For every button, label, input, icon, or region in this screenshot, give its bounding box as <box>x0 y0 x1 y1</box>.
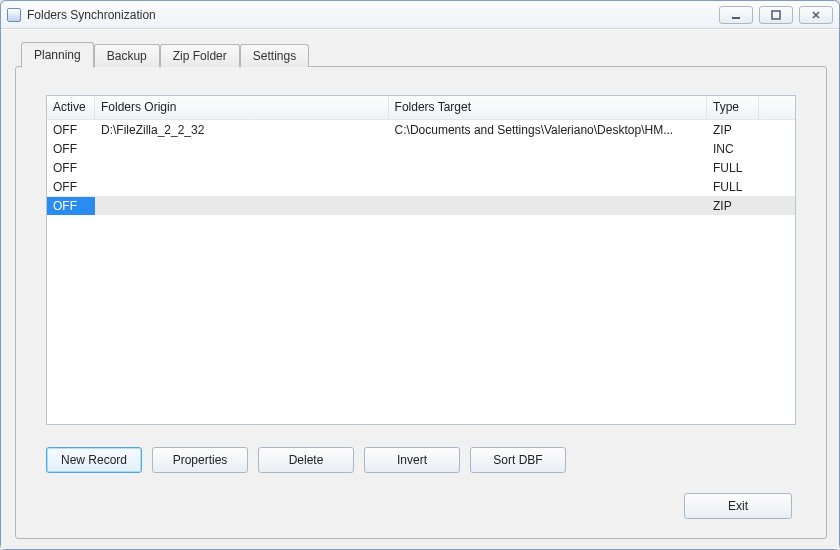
cell-type: ZIP <box>707 121 759 139</box>
properties-button[interactable]: Properties <box>152 447 248 473</box>
table-row[interactable]: OFF FULL <box>47 158 795 177</box>
tab-label: Backup <box>107 49 147 63</box>
column-header-origin[interactable]: Folders Origin <box>95 96 389 119</box>
cell-active: OFF <box>47 178 95 196</box>
table-row[interactable]: OFF ZIP <box>47 196 795 215</box>
cell-target: C:\Documents and Settings\Valeriano\Desk… <box>389 121 707 139</box>
minimize-button[interactable] <box>719 6 753 24</box>
button-label: Invert <box>397 453 427 467</box>
cell-active: OFF <box>47 197 95 215</box>
sort-dbf-button[interactable]: Sort DBF <box>470 447 566 473</box>
cell-type: ZIP <box>707 197 759 215</box>
svg-rect-0 <box>732 17 740 19</box>
svg-rect-1 <box>772 11 780 19</box>
cell-active: OFF <box>47 121 95 139</box>
exit-button[interactable]: Exit <box>684 493 792 519</box>
table-row[interactable]: OFF FULL <box>47 177 795 196</box>
table-row[interactable]: OFF D:\FileZilla_2_2_32 C:\Documents and… <box>47 120 795 139</box>
cell-type: FULL <box>707 159 759 177</box>
cell-origin: D:\FileZilla_2_2_32 <box>95 121 389 139</box>
tab-label: Settings <box>253 49 296 63</box>
grid-header: Active Folders Origin Folders Target Typ… <box>47 96 795 120</box>
cell-target <box>389 147 707 151</box>
column-header-type[interactable]: Type <box>707 96 759 119</box>
window-title: Folders Synchronization <box>27 8 156 22</box>
tab-bar: Planning Backup Zip Folder Settings <box>15 42 827 67</box>
button-label: New Record <box>61 453 127 467</box>
tab-planning[interactable]: Planning <box>21 42 94 68</box>
cell-spare <box>759 166 795 170</box>
button-row: New Record Properties Delete Invert Sort… <box>46 447 796 473</box>
button-label: Properties <box>173 453 228 467</box>
grid-body: OFF D:\FileZilla_2_2_32 C:\Documents and… <box>47 120 795 424</box>
tab-settings[interactable]: Settings <box>240 44 309 67</box>
minimize-icon <box>730 9 742 21</box>
close-icon <box>810 9 822 21</box>
column-header-active[interactable]: Active <box>47 96 95 119</box>
cell-origin <box>95 204 389 208</box>
new-record-button[interactable]: New Record <box>46 447 142 473</box>
button-label: Delete <box>289 453 324 467</box>
titlebar: Folders Synchronization <box>1 1 839 29</box>
maximize-button[interactable] <box>759 6 793 24</box>
button-label: Sort DBF <box>493 453 542 467</box>
cell-target <box>389 166 707 170</box>
tab-label: Zip Folder <box>173 49 227 63</box>
cell-spare <box>759 204 795 208</box>
cell-spare <box>759 128 795 132</box>
exit-row: Exit <box>46 493 796 519</box>
cell-origin <box>95 166 389 170</box>
cell-origin <box>95 185 389 189</box>
tab-label: Planning <box>34 48 81 62</box>
cell-origin <box>95 147 389 151</box>
table-row[interactable]: OFF INC <box>47 139 795 158</box>
delete-button[interactable]: Delete <box>258 447 354 473</box>
cell-active: OFF <box>47 159 95 177</box>
invert-button[interactable]: Invert <box>364 447 460 473</box>
button-label: Exit <box>728 499 748 513</box>
column-header-target[interactable]: Folders Target <box>389 96 707 119</box>
app-icon <box>7 8 21 22</box>
cell-spare <box>759 185 795 189</box>
cell-active: OFF <box>47 140 95 158</box>
app-window: Folders Synchronization Planning Backup … <box>0 0 840 550</box>
cell-type: FULL <box>707 178 759 196</box>
maximize-icon <box>770 9 782 21</box>
tab-zip-folder[interactable]: Zip Folder <box>160 44 240 67</box>
cell-spare <box>759 147 795 151</box>
cell-type: INC <box>707 140 759 158</box>
column-header-spare[interactable] <box>759 96 795 119</box>
cell-target <box>389 204 707 208</box>
client-area: Planning Backup Zip Folder Settings Acti… <box>1 29 839 549</box>
data-grid[interactable]: Active Folders Origin Folders Target Typ… <box>46 95 796 425</box>
cell-target <box>389 185 707 189</box>
tab-panel: Active Folders Origin Folders Target Typ… <box>15 66 827 539</box>
tab-backup[interactable]: Backup <box>94 44 160 67</box>
close-button[interactable] <box>799 6 833 24</box>
